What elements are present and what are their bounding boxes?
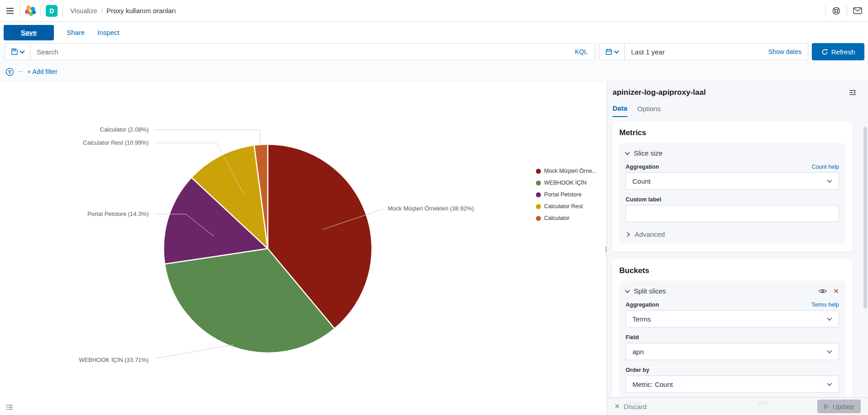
chevron-right-icon <box>625 232 630 237</box>
metrics-heading: Metrics <box>619 128 845 137</box>
buckets-heading: Buckets <box>619 266 845 275</box>
pie-callout-label-0: Mock Müşteri Örnekleri (38.92%) <box>388 205 474 212</box>
legend-toggle-icon[interactable] <box>5 402 14 412</box>
pie-callout-label-2: Portal Petstore (14.3%) <box>87 210 149 217</box>
page-title: Proxy kullanım oranları <box>106 7 176 15</box>
help-icon[interactable] <box>826 0 847 21</box>
update-button[interactable]: Update <box>817 400 861 413</box>
space-badge[interactable]: D <box>46 5 58 17</box>
eye-icon[interactable] <box>819 288 827 294</box>
chevron-down-icon <box>614 49 619 54</box>
panel-scrollbar[interactable] <box>863 127 867 308</box>
aggregation-label: Aggregation <box>626 302 659 308</box>
pie-chart <box>0 82 607 415</box>
legend-item-1[interactable]: WEBHOOK İÇİN <box>536 180 597 186</box>
count-help-link[interactable]: Count help <box>812 164 839 170</box>
order-by-select[interactable]: Metric: Count <box>626 376 839 393</box>
chevron-down-icon <box>625 150 630 155</box>
chevron-down-icon <box>827 381 832 386</box>
breadcrumb-separator: / <box>101 7 103 15</box>
inspect-button[interactable]: Inspect <box>97 29 119 36</box>
breadcrumb-visualize[interactable]: Visualize <box>70 7 97 15</box>
refresh-icon <box>821 49 828 55</box>
field-value: apn <box>632 348 644 356</box>
header-divider <box>63 5 63 16</box>
date-range-value[interactable]: Last 1 year <box>625 48 762 56</box>
newsfeed-mail-icon[interactable] <box>847 0 868 21</box>
aggregation-label: Aggregation <box>626 164 659 170</box>
custom-label-label: Custom label <box>626 196 661 203</box>
pie-chart-area: Mock Müşteri Örnekleri (38.92%)WEBHOOK İ… <box>0 82 607 415</box>
filter-pin-divider <box>18 71 23 72</box>
metric-aggregation-select[interactable]: Count <box>626 172 839 190</box>
breadcrumb: Visualize / Proxy kullanım oranları <box>70 7 176 15</box>
hamburger-menu-icon[interactable] <box>0 0 20 21</box>
legend-label: Calculator <box>544 215 569 221</box>
legend-color-dot <box>536 204 541 209</box>
app-header: D Visualize / Proxy kullanım oranları <box>0 0 868 22</box>
legend-label: WEBHOOK İÇİN <box>544 180 587 186</box>
legend-color-dot <box>536 216 541 221</box>
save-button[interactable]: Save <box>4 25 54 40</box>
custom-label-input[interactable] <box>626 205 839 222</box>
advanced-label: Advanced <box>635 230 665 238</box>
collapse-panel-icon[interactable] <box>849 89 856 96</box>
split-slices-label: Split slices <box>634 287 666 295</box>
chevron-down-icon <box>827 348 832 353</box>
add-filter-button[interactable]: + Add filter <box>27 68 58 75</box>
advanced-accordion[interactable]: Advanced <box>626 230 839 238</box>
header-divider <box>40 5 41 16</box>
search-bar: KQL <box>5 43 595 60</box>
kql-button[interactable]: KQL <box>568 48 595 55</box>
filter-bar: + Add filter <box>0 63 58 80</box>
legend-item-4[interactable]: Calculator <box>536 215 597 221</box>
vis-editor-panel: apinizer-log-apiproxy-laal Data Options … <box>607 82 868 415</box>
close-icon: ✕ <box>614 402 620 410</box>
legend-item-0[interactable]: Mock Müşteri Örne... <box>536 168 597 174</box>
chevron-down-icon <box>827 178 832 183</box>
metric-aggregation-value: Count <box>632 177 651 185</box>
legend-item-2[interactable]: Portal Petstore <box>536 191 597 198</box>
pie-leader-line-1 <box>156 345 233 358</box>
chevron-down-icon <box>827 316 832 321</box>
legend-item-3[interactable]: Calculator Rest <box>536 203 597 210</box>
index-pattern-title: apinizer-log-apiproxy-laal <box>612 88 706 97</box>
remove-bucket-icon[interactable]: ✕ <box>833 288 839 294</box>
update-label: Update <box>833 403 854 410</box>
slice-size-accordion[interactable]: Slice size <box>626 149 839 157</box>
share-button[interactable]: Share <box>67 29 85 36</box>
date-picker: Last 1 year Show dates <box>599 43 808 60</box>
chart-legend: Mock Müşteri Örne...WEBHOOK İÇİNPortal P… <box>536 168 597 221</box>
search-input[interactable] <box>30 44 568 60</box>
legend-label: Calculator Rest <box>544 203 583 210</box>
pie-callout-label-1: WEBHOOK İÇİN (33.71%) <box>79 356 149 363</box>
slice-size-label: Slice size <box>634 149 662 157</box>
elastic-logo[interactable] <box>20 5 40 17</box>
refresh-button[interactable]: Refresh <box>812 43 864 60</box>
legend-label: Portal Petstore <box>544 191 582 198</box>
field-label: Field <box>626 334 639 341</box>
tab-data[interactable]: Data <box>612 104 627 117</box>
bucket-aggregation-value: Terms <box>632 315 651 323</box>
show-dates-button[interactable]: Show dates <box>762 48 808 55</box>
kibana-visualize-page: D Visualize / Proxy kullanım oranları <box>0 0 868 415</box>
tab-options[interactable]: Options <box>637 104 661 117</box>
order-by-value: Metric: Count <box>632 381 673 388</box>
split-slices-accordion[interactable]: Split slices ✕ <box>626 287 839 295</box>
discard-button[interactable]: ✕ Discard <box>614 402 646 410</box>
panel-footer: ✕ Discard Update <box>607 397 868 415</box>
bucket-aggregation-select[interactable]: Terms <box>626 310 839 327</box>
query-section: KQL Last 1 year Show dates Refresh <box>0 43 868 82</box>
field-select[interactable]: apn <box>626 343 839 360</box>
chevron-down-icon <box>19 49 24 54</box>
chevron-down-icon <box>625 288 630 293</box>
buckets-card: Buckets Split slices ✕ Aggre <box>612 259 853 415</box>
discard-label: Discard <box>624 403 647 410</box>
date-quick-menu-button[interactable] <box>599 44 625 60</box>
terms-help-link[interactable]: Terms help <box>811 302 839 308</box>
legend-color-dot <box>536 169 541 174</box>
pie-callout-label-4: Calculator (2.08%) <box>100 126 149 133</box>
saved-query-icon <box>11 48 18 55</box>
saved-query-menu-button[interactable] <box>5 44 30 60</box>
calendar-icon <box>605 48 612 55</box>
